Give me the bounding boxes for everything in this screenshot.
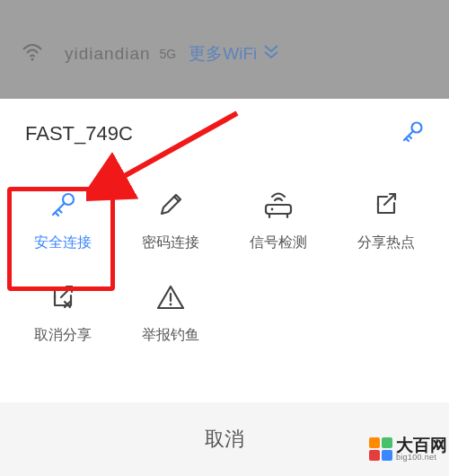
- sheet-header: FAST_749C: [0, 99, 449, 156]
- cancel-label: 取消: [205, 426, 244, 453]
- tile-label: 取消分享: [34, 326, 92, 345]
- tile-label: 分享热点: [357, 234, 415, 252]
- svg-point-0: [31, 58, 34, 61]
- tile-label: 信号检测: [250, 234, 307, 252]
- key-icon: [401, 120, 424, 147]
- svg-point-8: [170, 304, 172, 306]
- tile-password-connect[interactable]: 密码连接: [117, 174, 224, 267]
- tile-label: 举报钓鱼: [142, 326, 199, 345]
- background-ssid: yidiandian: [65, 44, 151, 64]
- router-icon: [260, 189, 296, 221]
- watermark: 大百网 big100.net: [369, 436, 447, 462]
- share-out-icon: [371, 189, 401, 221]
- modal-dim-backdrop: yidiandian 5G 更多WiFi FAST_749C 安全连接密码连接信…: [0, 0, 449, 476]
- pencil-icon: [155, 189, 186, 221]
- tile-signal-check[interactable]: 信号检测: [224, 174, 332, 267]
- key-icon: [48, 189, 78, 221]
- tile-share-hotspot[interactable]: 分享热点: [332, 174, 440, 267]
- sheet-title: FAST_749C: [25, 122, 133, 145]
- tile-cancel-share[interactable]: 取消分享: [9, 267, 117, 359]
- background-wifi-row: yidiandian 5G 更多WiFi: [0, 27, 449, 81]
- share-cancel-icon: [48, 281, 78, 313]
- tile-report-phishing[interactable]: 举报钓鱼: [117, 267, 224, 359]
- action-sheet: FAST_749C 安全连接密码连接信号检测分享热点取消分享举报钓鱼 取消: [0, 99, 449, 476]
- wifi-icon: [22, 43, 43, 65]
- chevrons-down-icon: [262, 44, 280, 64]
- more-wifi-link: 更多WiFi: [189, 42, 257, 66]
- action-grid: 安全连接密码连接信号检测分享热点取消分享举报钓鱼: [0, 156, 449, 365]
- tile-label: 安全连接: [34, 234, 92, 252]
- watermark-text: 大百网: [396, 436, 447, 454]
- svg-point-4: [271, 208, 274, 211]
- background-5g-badge: 5G: [160, 47, 177, 61]
- watermark-url: big100.net: [396, 454, 447, 462]
- warning-icon: [154, 281, 187, 313]
- watermark-logo: [369, 437, 392, 461]
- tile-label: 密码连接: [142, 234, 199, 252]
- svg-rect-3: [266, 205, 291, 214]
- tile-secure-connect[interactable]: 安全连接: [9, 174, 117, 267]
